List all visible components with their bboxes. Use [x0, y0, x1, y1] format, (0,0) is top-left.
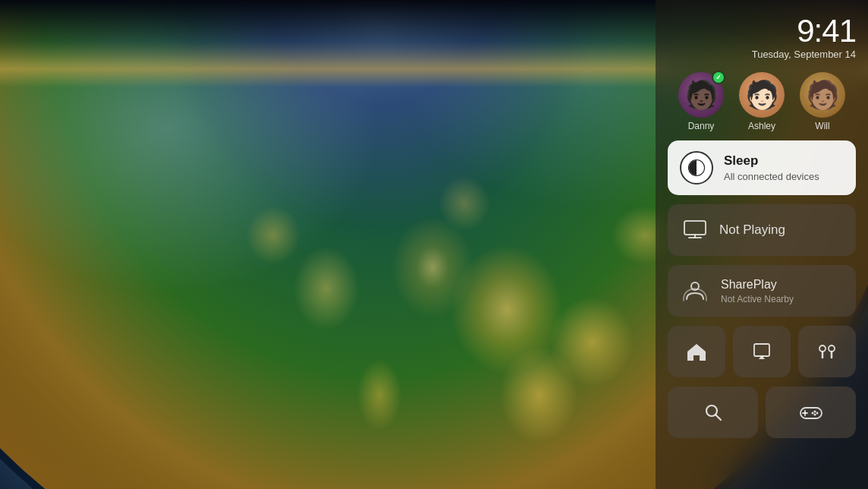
clock-section: 9:41 Tuesday, September 14: [668, 15, 856, 63]
airplay-icon: [751, 341, 772, 362]
svg-point-14: [813, 411, 816, 413]
control-panel: 9:41 Tuesday, September 14 🧑🏿 Danny 🧑🏻 A…: [656, 0, 868, 489]
shareplay-title: SharePlay: [721, 277, 794, 292]
shareplay-card[interactable]: SharePlay Not Active Nearby: [668, 265, 856, 317]
tv-icon: [681, 216, 709, 244]
sleep-card[interactable]: Sleep All connected devices: [668, 140, 856, 195]
avatar-ashley[interactable]: 🧑🏻 Ashley: [739, 72, 785, 131]
clock-time: 9:41: [668, 15, 856, 47]
home-icon: [686, 341, 707, 362]
avatar-inner-will: 🧑🏽: [800, 72, 845, 118]
avatar-name-ashley: Ashley: [748, 121, 775, 131]
avatar-danny[interactable]: 🧑🏿 Danny: [678, 72, 724, 131]
not-playing-label: Not Playing: [719, 222, 785, 238]
not-playing-card[interactable]: Not Playing: [668, 204, 856, 256]
avatars-row: 🧑🏿 Danny 🧑🏻 Ashley 🧑🏽 Will: [668, 72, 856, 131]
search-button[interactable]: [668, 386, 758, 438]
sleep-icon: [680, 151, 713, 185]
svg-point-16: [813, 414, 816, 416]
clock-date: Tuesday, September 14: [668, 49, 856, 60]
avatar-inner-ashley: 🧑🏻: [739, 72, 785, 118]
airplay-button[interactable]: [733, 326, 791, 377]
home-button[interactable]: [668, 326, 725, 377]
airpods-icon: [815, 341, 839, 362]
svg-line-10: [715, 415, 721, 421]
moon-icon: [687, 159, 706, 177]
svg-point-17: [811, 412, 813, 415]
svg-point-15: [816, 412, 818, 415]
airpods-button[interactable]: [798, 326, 856, 377]
svg-rect-1: [684, 221, 706, 235]
gamepad-button[interactable]: [766, 386, 856, 438]
avatar-name-danny: Danny: [688, 121, 715, 131]
avatar-circle-will: 🧑🏽: [800, 72, 845, 118]
shareplay-text: SharePlay Not Active Nearby: [721, 277, 794, 304]
gamepad-icon: [798, 402, 824, 423]
shareplay-icon: [680, 276, 710, 306]
sleep-subtitle: All connected devices: [724, 171, 819, 182]
sleep-title: Sleep: [724, 153, 819, 169]
active-badge-danny: [712, 71, 725, 84]
avatar-will[interactable]: 🧑🏽 Will: [800, 72, 845, 131]
avatar-circle-ashley: 🧑🏻: [739, 72, 785, 118]
icon-grid-row2: [668, 386, 856, 438]
icon-grid-row1: [668, 326, 856, 377]
tv-display-icon: [681, 216, 709, 244]
search-icon: [703, 402, 724, 423]
avatar-circle-danny: 🧑🏿: [678, 72, 724, 118]
shareplay-display-icon: [681, 276, 709, 305]
shareplay-subtitle: Not Active Nearby: [721, 294, 794, 304]
sleep-text: Sleep All connected devices: [724, 153, 819, 181]
avatar-name-will: Will: [815, 121, 829, 131]
